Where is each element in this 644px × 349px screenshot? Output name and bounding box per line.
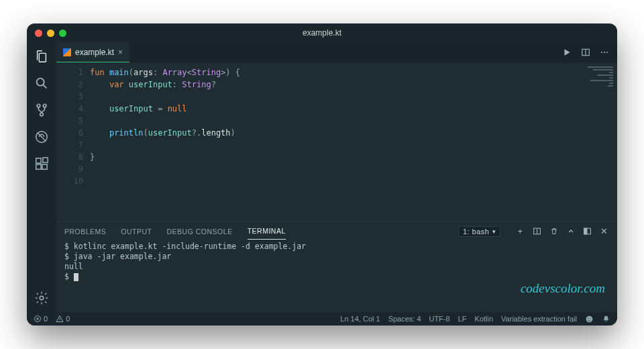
panel-tab-terminal[interactable]: TERMINAL: [248, 223, 286, 240]
line-number: 10: [56, 175, 83, 187]
code-line[interactable]: userInput = null: [90, 103, 577, 115]
close-window-icon[interactable]: [35, 30, 42, 37]
code-line[interactable]: println(userInput?.length): [90, 127, 577, 139]
bottom-panel: PROBLEMSOUTPUTDEBUG CONSOLETERMINAL 1: b…: [56, 221, 617, 312]
debug-icon[interactable]: [33, 128, 50, 146]
line-number: 1: [56, 66, 83, 79]
svg-point-11: [601, 52, 602, 53]
code-editor[interactable]: 12345678910 fun main(args: Array<String>…: [56, 62, 617, 221]
tab-label: example.kt: [75, 48, 114, 57]
svg-rect-7: [42, 164, 47, 169]
status-warnings[interactable]: 0: [56, 315, 70, 323]
line-number: 9: [56, 163, 83, 175]
svg-point-20: [590, 317, 591, 318]
line-number: 8: [56, 151, 83, 163]
status-encoding[interactable]: UTF-8: [429, 315, 450, 323]
panel-tab-debug-console[interactable]: DEBUG CONSOLE: [167, 223, 233, 240]
line-number: 5: [56, 115, 83, 127]
status-language[interactable]: Kotlin: [475, 315, 494, 323]
svg-point-9: [40, 296, 44, 300]
status-indent[interactable]: Spaces: 4: [388, 315, 421, 323]
titlebar: example.kt: [27, 23, 617, 42]
terminal-line: null: [64, 262, 609, 272]
code-line[interactable]: var userInput: String?: [90, 79, 577, 91]
minimize-window-icon[interactable]: [47, 30, 54, 37]
terminal-line: $ kotlinc example.kt -include-runtime -d…: [64, 242, 609, 252]
terminal-output[interactable]: $ kotlinc example.kt -include-runtime -d…: [56, 240, 617, 312]
svg-rect-5: [36, 158, 41, 163]
svg-point-2: [43, 104, 46, 107]
code-content[interactable]: fun main(args: Array<String>) { var user…: [90, 62, 577, 221]
search-icon[interactable]: [33, 74, 50, 92]
status-bell-icon[interactable]: [602, 315, 610, 323]
svg-point-0: [37, 79, 44, 86]
maximize-window-icon[interactable]: [59, 30, 66, 37]
tab-example-kt[interactable]: example.kt ×: [56, 42, 129, 62]
status-feedback-icon[interactable]: [585, 315, 594, 323]
svg-point-12: [604, 52, 605, 53]
split-editor-icon[interactable]: [580, 46, 592, 58]
svg-point-3: [40, 113, 44, 116]
kill-terminal-icon[interactable]: [549, 226, 559, 236]
terminal-line: $: [64, 272, 609, 282]
terminal-selector-label: 1: bash: [463, 228, 490, 236]
line-number: 3: [56, 91, 83, 103]
status-cursor-position[interactable]: Ln 14, Col 1: [340, 315, 380, 323]
source-control-icon[interactable]: [33, 101, 50, 119]
status-bar: 0 0 Ln 14, Col 1 Spaces: 4 UTF-8 LF Kotl…: [27, 312, 617, 326]
line-gutter: 12345678910: [56, 62, 90, 221]
editor-window: example.kt: [27, 23, 617, 326]
svg-rect-6: [36, 164, 41, 169]
activity-bar: [27, 42, 56, 312]
minimap[interactable]: [577, 62, 617, 221]
maximize-panel-icon[interactable]: [566, 226, 576, 236]
code-line[interactable]: [90, 175, 577, 187]
status-eol[interactable]: LF: [458, 315, 467, 323]
svg-point-18: [586, 315, 593, 322]
toggle-panel-icon[interactable]: [582, 226, 592, 236]
panel-tab-problems[interactable]: PROBLEMS: [64, 223, 106, 240]
svg-point-13: [606, 52, 608, 53]
svg-rect-8: [43, 158, 48, 162]
editor-tabs: example.kt ×: [56, 42, 617, 62]
terminal-cursor: [74, 273, 78, 281]
code-line[interactable]: }: [90, 151, 577, 163]
split-terminal-icon[interactable]: [532, 226, 542, 236]
traffic-lights: [35, 30, 66, 37]
svg-point-1: [37, 104, 40, 107]
extensions-icon[interactable]: [33, 155, 50, 172]
code-line[interactable]: fun main(args: Array<String>) {: [90, 66, 577, 79]
editor-actions: [561, 42, 617, 62]
code-line[interactable]: [90, 139, 577, 151]
more-actions-icon[interactable]: [598, 46, 610, 58]
panel-tabs: PROBLEMSOUTPUTDEBUG CONSOLETERMINAL 1: b…: [56, 221, 617, 240]
status-extra[interactable]: Variables extraction fail: [501, 315, 577, 323]
line-number: 4: [56, 103, 83, 115]
window-title: example.kt: [303, 28, 341, 38]
status-errors[interactable]: 0: [34, 315, 48, 323]
line-number: 2: [56, 79, 83, 91]
explorer-icon[interactable]: [33, 48, 50, 65]
chevron-updown-icon: ▾: [492, 228, 496, 235]
svg-rect-16: [584, 228, 587, 234]
code-line[interactable]: [90, 163, 577, 175]
close-panel-icon[interactable]: ✕: [599, 226, 609, 236]
tab-close-icon[interactable]: ×: [118, 48, 123, 57]
panel-tab-output[interactable]: OUTPUT: [121, 223, 152, 240]
new-terminal-icon[interactable]: +: [515, 226, 525, 236]
line-number: 7: [56, 139, 83, 151]
terminal-line: $ java -jar example.jar: [64, 252, 609, 262]
kotlin-file-icon: [63, 48, 71, 56]
line-number: 6: [56, 127, 83, 139]
settings-gear-icon[interactable]: [33, 289, 50, 307]
run-icon[interactable]: [561, 46, 573, 58]
svg-point-19: [588, 317, 588, 318]
code-line[interactable]: [90, 115, 577, 127]
code-line[interactable]: [90, 91, 577, 103]
terminal-selector[interactable]: 1: bash ▾: [458, 226, 500, 237]
